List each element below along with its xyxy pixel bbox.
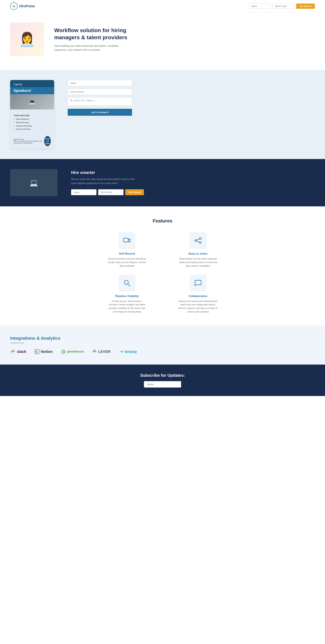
hire-text: Hire smarter Did you know that video bas…: [71, 170, 144, 196]
reach-out-text: Reach out via DM or Complete the form li…: [14, 138, 44, 144]
feature-collaboration: Collaboration Embed your internal and ex…: [166, 274, 230, 314]
feature-description: Record yourself in seconds describing th…: [107, 257, 147, 268]
svg-line-5: [196, 241, 200, 242]
svg-rect-9: [11, 352, 12, 354]
subscribe-title: Subscribe for Updates:: [10, 373, 315, 378]
hire-get-started-button[interactable]: Get Started: [125, 189, 144, 195]
share-icon: [190, 232, 206, 249]
hero-title: Workflow solution for hiring managers & …: [54, 27, 142, 41]
feature-description: Embed your internal and external talent …: [178, 300, 218, 314]
greenhouse-logo: greenhouse: [61, 349, 84, 354]
logo-name: HirePulse: [19, 4, 35, 8]
breezy-logo: breezy: [119, 349, 137, 354]
svg-rect-8: [11, 351, 12, 352]
logo-circle: hp: [10, 2, 18, 10]
speakers-card-body: TOPICS INCLUDE: Talent Attraction Talent…: [10, 110, 54, 134]
feature-title: Collaboration: [166, 294, 230, 298]
greenhouse-label: greenhouse: [67, 350, 84, 354]
feature-title: Pipeline Visibility: [95, 294, 159, 298]
hero-illustration: 👩‍💼: [10, 22, 44, 56]
topic-item: Talent Planning: [16, 121, 51, 124]
features-title: Features: [10, 218, 315, 224]
hire-form: Get Started: [71, 189, 144, 195]
hero-text: Workflow solution for hiring managers & …: [54, 27, 142, 52]
hire-description: Did you know that video based job descri…: [71, 177, 139, 186]
coming-soon-label: COMING SOON: [10, 342, 315, 344]
nav-work-email-input[interactable]: [272, 4, 294, 9]
lever-label: LEVER: [98, 350, 111, 354]
integrations-section: Integrations & Analytics COMING SOON sla…: [0, 326, 325, 364]
svg-rect-0: [124, 238, 128, 242]
features-grid: Self Record Record yourself in seconds d…: [95, 232, 230, 314]
slack-label: slack: [17, 350, 26, 354]
hire-name-input[interactable]: [71, 189, 97, 195]
svg-rect-13: [14, 351, 15, 352]
features-section: Features Self Record Record yourself in …: [0, 206, 325, 326]
svg-rect-17: [93, 352, 96, 352]
topics-list: Talent Attraction Talent Planning Employ…: [14, 118, 51, 131]
svg-point-1: [200, 238, 201, 239]
svg-text:N: N: [36, 350, 38, 353]
logos-row: slack N Notion greenhouse LEVER: [10, 349, 315, 354]
subscribe-section: Subscribe for Updates:: [0, 364, 325, 396]
svg-point-2: [200, 242, 201, 244]
subscribe-name-input[interactable]: [144, 381, 181, 388]
speakers-card-header: Call for Speakers!: [10, 80, 54, 94]
notion-logo: N Notion: [35, 349, 53, 354]
speakers-title: Speakers!: [10, 87, 54, 94]
integrations-title: Integrations & Analytics: [10, 336, 315, 341]
speakers-section: Call for Speakers! 💻 TOPICS INCLUDE: Tal…: [0, 70, 325, 159]
topic-item: Employer Branding: [16, 124, 51, 128]
slack-logo: slack: [10, 349, 26, 354]
topics-title: TOPICS INCLUDE:: [14, 114, 51, 116]
feature-easy-share: Easy to share Select details from the vi…: [166, 232, 230, 268]
speakers-topics-input[interactable]: [68, 97, 132, 106]
feature-title: Self Record: [95, 252, 159, 256]
nav-get-started-button[interactable]: Get Started: [296, 4, 315, 9]
topic-item: Interview Process: [16, 128, 51, 131]
nav-name-input[interactable]: [249, 4, 271, 9]
hire-work-email-input[interactable]: [98, 189, 124, 195]
video-icon: [119, 232, 135, 249]
svg-rect-12: [14, 350, 15, 351]
hire-title: Hire smarter: [71, 170, 144, 175]
feature-title: Easy to share: [166, 252, 230, 256]
nav-right: Get Started: [249, 4, 315, 9]
speakers-name-input[interactable]: [68, 80, 132, 86]
feature-self-record: Self Record Record yourself in seconds d…: [95, 232, 159, 268]
kickoff-badge: Kick- off 2023: [44, 136, 51, 146]
feature-pipeline: Pipeline Visibility Provide all your "he…: [95, 274, 159, 314]
speakers-email-input[interactable]: [68, 89, 132, 95]
speakers-connect-button[interactable]: Let's Connect!: [68, 109, 132, 116]
hire-image: 💻: [10, 169, 58, 196]
chat-icon: [190, 274, 206, 292]
svg-rect-10: [12, 350, 13, 351]
lever-logo: LEVER: [92, 349, 111, 354]
call-for-text: Call for: [14, 83, 51, 86]
hire-section: 💻 Hire smarter Did you know that video b…: [0, 159, 325, 206]
hero-emoji: 👩‍💼: [19, 32, 36, 47]
breezy-label: breezy: [125, 350, 137, 354]
search-icon: [119, 274, 135, 292]
logo: hp HirePulse: [10, 2, 35, 10]
svg-line-7: [128, 284, 130, 286]
hero-section: 👩‍💼 Workflow solution for hiring manager…: [0, 12, 152, 70]
svg-line-4: [196, 239, 200, 240]
speakers-card-image: 💻: [10, 94, 54, 110]
topic-item: Talent Attraction: [16, 118, 51, 121]
svg-point-3: [195, 240, 196, 242]
logo-initials: hp: [13, 5, 15, 8]
speakers-card: Call for Speakers! 💻 TOPICS INCLUDE: Tal…: [10, 80, 54, 149]
speakers-form: Let's Connect!: [68, 80, 132, 116]
notion-label: Notion: [41, 350, 53, 354]
hero-description: Start building your video based job desc…: [54, 44, 122, 52]
speakers-card-bottom: Reach out via DM or Complete the form li…: [10, 134, 54, 149]
navigation: hp HirePulse Get Started: [0, 0, 325, 12]
svg-rect-11: [12, 351, 13, 352]
feature-description: Provide all your "head hunters", recruit…: [107, 300, 147, 314]
feature-description: Select details from the video based job …: [178, 257, 218, 268]
